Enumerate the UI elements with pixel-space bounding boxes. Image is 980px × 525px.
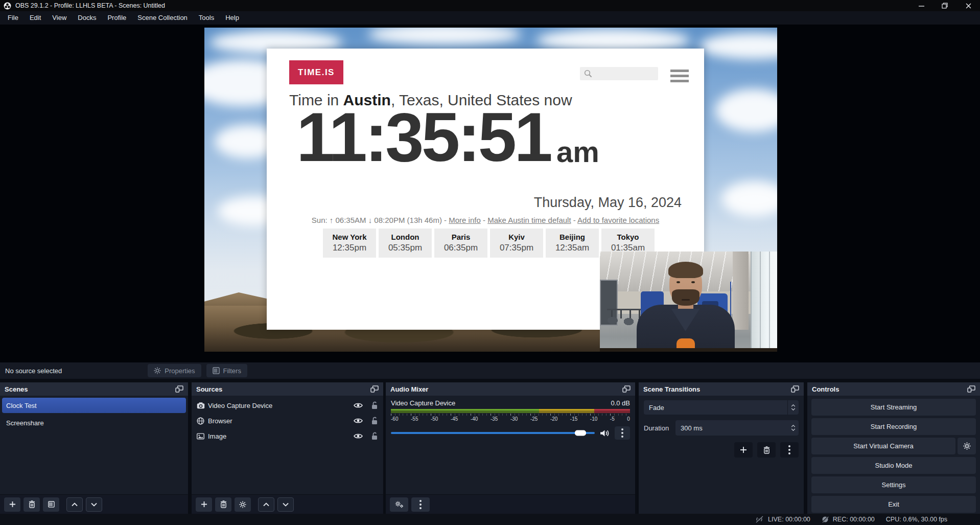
source-row-browser[interactable]: Browser [192, 413, 383, 428]
lock-toggle[interactable] [371, 432, 378, 440]
add-transition-button[interactable] [734, 442, 753, 458]
city-tile: Beijing12:35am [546, 229, 599, 258]
chevron-down-icon [791, 428, 796, 431]
scene-item-clock-test[interactable]: Clock Test [2, 398, 186, 413]
titlebar: OBS 29.1.2 - Profile: LLHLS BETA - Scene… [0, 0, 980, 11]
studio-mode-button[interactable]: Studio Mode [811, 457, 976, 474]
person-hair [668, 262, 703, 278]
eye-icon [354, 418, 363, 424]
start-recording-button[interactable]: Start Recording [811, 418, 976, 435]
menu-docks[interactable]: Docks [72, 11, 102, 25]
clock-meridiem: am [556, 134, 599, 175]
filters-icon [48, 501, 55, 508]
cloud [721, 181, 777, 217]
duration-spinbox[interactable]: 300 ms [675, 420, 799, 436]
plus-icon [9, 501, 16, 508]
popout-icon[interactable] [175, 385, 183, 393]
remove-scene-button[interactable] [24, 497, 40, 512]
scenes-header: Scenes [0, 382, 188, 396]
clock-digits: 11:35:51 [296, 100, 550, 175]
popout-icon[interactable] [370, 385, 379, 393]
globe-icon [197, 417, 208, 425]
transition-options-button[interactable] [780, 442, 799, 458]
speaker-icon [600, 429, 610, 437]
remove-transition-button[interactable] [757, 442, 776, 458]
chevron-down-icon [283, 503, 289, 507]
meter-scale: -60-55-50-45-40-35-30-25-20-15-10-50 [391, 416, 630, 422]
unlock-icon [371, 417, 378, 425]
source-row-video-capture[interactable]: Video Capture Device [192, 398, 383, 413]
add-source-button[interactable] [196, 497, 212, 512]
record-inactive-icon [822, 516, 829, 523]
make-default-link: Make Austin time default [487, 216, 571, 224]
program-preview[interactable]: TIME.IS Time in Austin, Texas, United St… [204, 28, 777, 352]
settings-button[interactable]: Settings [811, 476, 976, 493]
gear-icon [963, 442, 971, 450]
person [635, 265, 737, 352]
popout-icon[interactable] [622, 385, 631, 393]
stream-inactive-icon [755, 516, 764, 523]
menu-file[interactable]: File [2, 11, 24, 25]
exit-button[interactable]: Exit [811, 496, 976, 513]
scene-filters-button[interactable] [43, 497, 59, 512]
chevron-up-icon [791, 404, 796, 407]
mute-toggle[interactable] [600, 429, 610, 437]
minimize-button[interactable] [909, 0, 933, 11]
transition-select[interactable]: Fade [644, 400, 799, 415]
spinbox-chevrons[interactable] [787, 420, 799, 436]
popout-icon[interactable] [791, 385, 799, 393]
volume-slider[interactable] [391, 429, 595, 437]
visibility-toggle[interactable] [354, 433, 363, 439]
menu-profile[interactable]: Profile [102, 11, 132, 25]
mixer-channel-name: Video Capture Device [391, 399, 455, 407]
remove-source-button[interactable] [215, 497, 231, 512]
mixer-options-button[interactable] [615, 426, 630, 440]
start-virtual-camera-button[interactable]: Start Virtual Camera [811, 438, 955, 454]
add-scene-button[interactable] [4, 497, 20, 512]
advanced-audio-button[interactable] [390, 497, 408, 512]
visibility-toggle[interactable] [354, 418, 363, 424]
city-tile: London05:35pm [379, 229, 432, 258]
source-move-up-button[interactable] [258, 497, 274, 512]
window-title: OBS 29.1.2 - Profile: LLHLS BETA - Scene… [15, 2, 165, 9]
unlock-icon [371, 401, 378, 409]
scene-move-up-button[interactable] [66, 497, 83, 512]
kebab-icon [788, 449, 790, 451]
timeis-date: Thursday, May 16, 2024 [534, 195, 682, 211]
filters-button[interactable]: Filters [206, 364, 247, 377]
restore-button[interactable] [933, 0, 956, 11]
menu-edit[interactable]: Edit [24, 11, 46, 25]
scene-item-screenshare[interactable]: Screenshare [2, 415, 186, 430]
source-properties-button[interactable] [235, 497, 251, 512]
sources-panel: Sources [192, 382, 383, 514]
popout-icon[interactable] [967, 385, 975, 393]
lock-toggle[interactable] [371, 401, 378, 409]
live-status: LIVE: 00:00:00 [755, 516, 810, 523]
source-move-down-button[interactable] [277, 497, 294, 512]
lock-toggle[interactable] [371, 417, 378, 425]
scenes-list: Clock Test Screenshare [0, 398, 188, 430]
menu-help[interactable]: Help [220, 11, 245, 25]
trash-icon [29, 500, 35, 508]
virtual-camera-settings-button[interactable] [958, 438, 976, 454]
window-controls [909, 0, 980, 11]
visibility-toggle[interactable] [354, 402, 363, 408]
mixer-channel: Video Capture Device 0.0 dB -60-55-50-45… [386, 396, 635, 440]
properties-button[interactable]: Properties [148, 364, 201, 377]
timeis-search-box [580, 67, 658, 80]
mixer-menu-button[interactable] [411, 497, 430, 512]
eye-icon [354, 433, 363, 439]
menu-scene-collection[interactable]: Scene Collection [132, 11, 193, 25]
close-button[interactable] [956, 0, 980, 11]
source-row-image[interactable]: Image [192, 428, 383, 444]
cloud [715, 89, 777, 132]
start-streaming-button[interactable]: Start Streaming [811, 399, 976, 416]
menu-view[interactable]: View [46, 11, 72, 25]
desk-edge [600, 348, 777, 352]
transitions-header: Scene Transitions [639, 382, 804, 396]
volume-slider-handle[interactable] [575, 430, 586, 436]
duration-label: Duration [644, 424, 675, 432]
menu-tools[interactable]: Tools [193, 11, 220, 25]
person-head [669, 264, 702, 305]
scene-move-down-button[interactable] [86, 497, 102, 512]
